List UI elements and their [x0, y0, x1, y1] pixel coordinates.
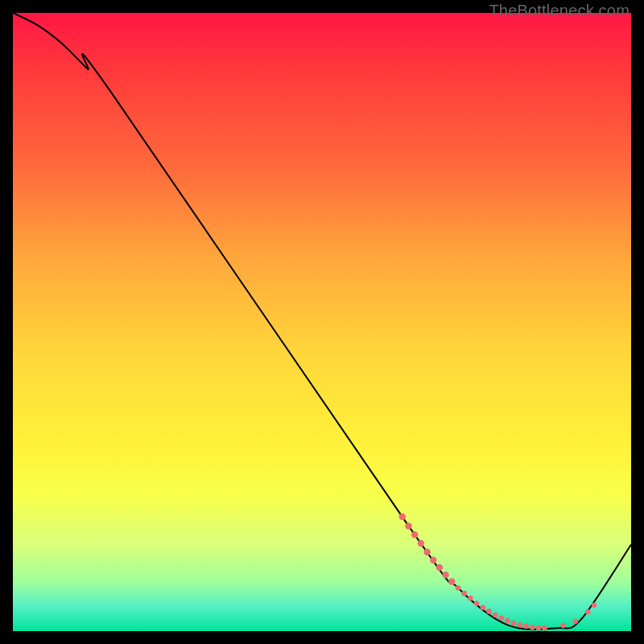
chart-svg — [13, 13, 631, 631]
marker-dot — [523, 624, 529, 630]
marker-dot — [480, 605, 485, 611]
marker-dot — [542, 625, 547, 631]
marker-dot — [456, 585, 461, 591]
marker-dot — [511, 621, 517, 626]
marker-dot — [493, 613, 498, 618]
marker-dot — [530, 625, 535, 630]
marker-dot — [573, 618, 579, 624]
marker-dot — [486, 609, 492, 614]
marker-dot — [418, 540, 424, 547]
marker-dot — [436, 564, 443, 571]
marker-dot — [411, 531, 418, 538]
chart-plot-area — [13, 13, 631, 631]
marker-dot — [585, 609, 591, 615]
marker-dot — [536, 625, 542, 631]
marker-dot — [468, 596, 473, 601]
marker-dot — [461, 591, 467, 597]
watermark-text: TheBottleneck.com — [489, 2, 630, 20]
marker-dot — [448, 578, 455, 584]
marker-dot — [405, 522, 411, 529]
marker-dot — [399, 514, 406, 520]
chart-background — [13, 13, 631, 631]
marker-dot — [592, 602, 597, 608]
marker-dot — [430, 556, 436, 563]
marker-dot — [423, 548, 430, 555]
marker-dot — [498, 616, 504, 621]
marker-dot — [474, 601, 480, 606]
marker-dot — [442, 572, 448, 578]
marker-dot — [517, 622, 522, 628]
marker-dot — [505, 618, 510, 624]
marker-dot — [560, 623, 566, 629]
